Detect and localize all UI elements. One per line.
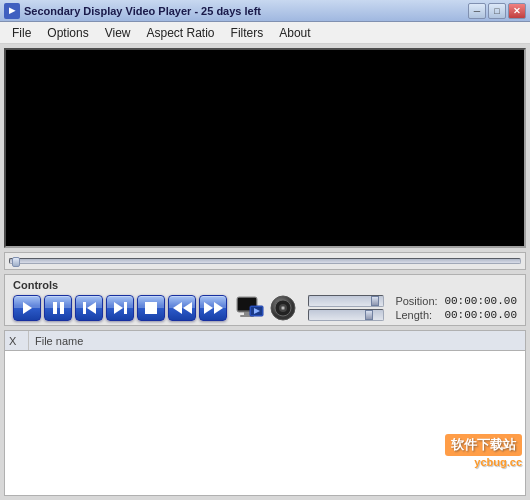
controls-section: Controls (4, 274, 526, 326)
secondary-display-button[interactable] (234, 295, 266, 321)
position-area (308, 295, 384, 321)
file-list-body (5, 351, 525, 495)
length-value: 00:00:00.00 (444, 309, 517, 321)
position-text: Position: 00:00:00.00 Length: 00:00:00.0… (395, 295, 517, 321)
volume-thumb[interactable] (365, 310, 373, 320)
stop-button[interactable] (137, 295, 165, 321)
svg-rect-2 (244, 312, 250, 315)
pause-button[interactable] (44, 295, 72, 321)
file-list-section: X File name (4, 330, 526, 496)
seek-bar-container (4, 252, 526, 270)
file-list-header: X File name (5, 331, 525, 351)
fastforward-button[interactable] (199, 295, 227, 321)
window-title: Secondary Display Video Player - 25 days… (24, 5, 468, 17)
menu-bar: File Options View Aspect Ratio Filters A… (0, 22, 530, 44)
app-icon: ▶ (4, 3, 20, 19)
seek-thumb[interactable] (12, 257, 20, 267)
menu-about[interactable]: About (271, 24, 318, 42)
next-button[interactable] (106, 295, 134, 321)
position-slider[interactable] (308, 295, 384, 307)
controls-label: Controls (13, 279, 517, 291)
file-list-col-x: X (5, 331, 29, 350)
menu-options[interactable]: Options (39, 24, 96, 42)
menu-aspect-ratio[interactable]: Aspect Ratio (139, 24, 223, 42)
rewind-button[interactable] (168, 295, 196, 321)
position-label: Position: (395, 295, 440, 307)
volume-button[interactable] (269, 295, 297, 321)
volume-slider[interactable] (308, 309, 384, 321)
length-row: Length: 00:00:00.00 (395, 309, 517, 321)
video-area (4, 48, 526, 248)
close-button[interactable]: ✕ (508, 3, 526, 19)
position-row: Position: 00:00:00.00 (395, 295, 517, 307)
file-list-col-name: File name (29, 335, 525, 347)
controls-row: Position: 00:00:00.00 Length: 00:00:00.0… (13, 295, 517, 321)
minimize-button[interactable]: ─ (468, 3, 486, 19)
menu-filters[interactable]: Filters (223, 24, 272, 42)
main-window: Controls (0, 44, 530, 500)
play-button[interactable] (13, 295, 41, 321)
seek-bar[interactable] (9, 258, 521, 264)
maximize-button[interactable]: □ (488, 3, 506, 19)
position-thumb[interactable] (371, 296, 379, 306)
svg-point-11 (282, 307, 284, 309)
length-label: Length: (395, 309, 440, 321)
title-bar: ▶ Secondary Display Video Player - 25 da… (0, 0, 530, 22)
position-value: 00:00:00.00 (444, 295, 517, 307)
prev-button[interactable] (75, 295, 103, 321)
menu-view[interactable]: View (97, 24, 139, 42)
title-bar-buttons: ─ □ ✕ (468, 3, 526, 19)
menu-file[interactable]: File (4, 24, 39, 42)
